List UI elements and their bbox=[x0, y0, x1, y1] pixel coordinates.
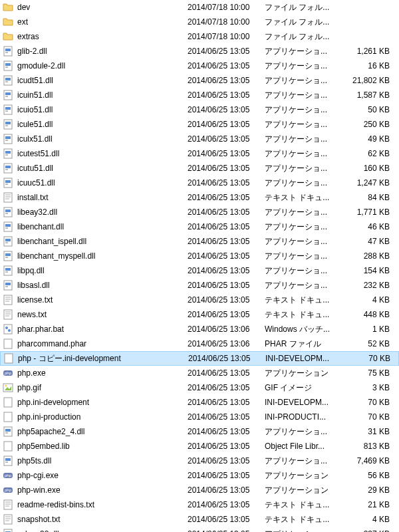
file-name: libeay32.dll bbox=[17, 207, 188, 217]
folder-icon bbox=[3, 17, 13, 27]
file-date: 2014/06/25 13:05 bbox=[188, 412, 265, 422]
file-type: ファイル フォル... bbox=[265, 2, 338, 13]
dll-icon bbox=[3, 207, 13, 217]
file-type: アプリケーショ... bbox=[265, 148, 338, 160]
file-row[interactable]: pharcommand.phar2014/06/25 13:06PHAR ファイ… bbox=[0, 336, 399, 351]
file-date: 2014/06/25 13:05 bbox=[188, 207, 265, 217]
svg-rect-83 bbox=[4, 500, 12, 509]
file-date: 2014/06/25 13:05 bbox=[188, 442, 265, 451]
svg-rect-52 bbox=[4, 295, 12, 305]
file-date: 2014/06/25 13:05 bbox=[188, 471, 265, 480]
file-row[interactable]: php - コピー.ini-development2014/06/25 13:0… bbox=[0, 351, 399, 366]
file-row[interactable]: php5ts.dll2014/06/25 13:05アプリケーショ...7,46… bbox=[0, 454, 399, 468]
file-type: アプリケーショ... bbox=[265, 251, 338, 262]
file-type: アプリケーショ... bbox=[265, 207, 338, 218]
file-row[interactable]: libenchant_myspell.dll2014/06/25 13:05アプ… bbox=[0, 249, 399, 263]
svg-rect-16 bbox=[5, 122, 11, 124]
file-name: php - コピー.ini-development bbox=[18, 353, 188, 364]
file-row[interactable]: icutu51.dll2014/06/25 13:05アプリケーショ...160… bbox=[0, 161, 399, 176]
file-row[interactable]: extras2014/07/18 10:00ファイル フォル... bbox=[0, 29, 399, 44]
file-row[interactable]: install.txt2014/06/25 13:05テキスト ドキュ...84… bbox=[0, 190, 399, 205]
file-row[interactable]: phpphp-win.exe2014/06/25 13:05アプリケーション29… bbox=[0, 483, 399, 497]
file-row[interactable]: php.gif2014/06/25 13:05GIF イメージ3 KB bbox=[0, 380, 399, 395]
file-type: ファイル フォル... bbox=[265, 31, 338, 43]
file-row[interactable]: php5embed.lib2014/06/25 13:05Object File… bbox=[0, 439, 399, 454]
file-date: 2014/06/25 13:05 bbox=[188, 266, 265, 275]
svg-rect-48 bbox=[5, 271, 8, 273]
file-row[interactable]: ext2014/07/18 10:00ファイル フォル... bbox=[0, 15, 399, 29]
file-size: 154 KB bbox=[338, 266, 390, 275]
file-name: ssleay32.dll bbox=[17, 529, 188, 532]
file-row[interactable]: snapshot.txt2014/06/25 13:05テキスト ドキュ...4… bbox=[0, 512, 399, 527]
file-row[interactable]: libpq.dll2014/06/25 13:05アプリケーショ...154 K… bbox=[0, 263, 399, 278]
svg-rect-60 bbox=[4, 325, 12, 334]
bat-icon bbox=[3, 324, 13, 334]
file-size: 62 KB bbox=[338, 149, 390, 158]
file-icon bbox=[3, 353, 14, 364]
file-row[interactable]: gmodule-2.dll2014/06/25 13:05アプリケーショ...1… bbox=[0, 59, 399, 73]
svg-point-62 bbox=[8, 329, 11, 332]
file-size: 1,587 KB bbox=[338, 90, 390, 100]
svg-rect-29 bbox=[5, 184, 8, 185]
file-type: GIF イメージ bbox=[265, 382, 338, 394]
file-row[interactable]: icuuc51.dll2014/06/25 13:05アプリケーショ...1,2… bbox=[0, 176, 399, 190]
dll-icon bbox=[3, 456, 13, 466]
svg-rect-10 bbox=[5, 92, 11, 95]
svg-rect-47 bbox=[5, 268, 11, 271]
file-row[interactable]: phpphp-cgi.exe2014/06/25 13:05アプリケーション56… bbox=[0, 468, 399, 483]
file-row[interactable]: libsasl.dll2014/06/25 13:05アプリケーショ...232… bbox=[0, 278, 399, 293]
file-row[interactable]: php.ini-production2014/06/25 13:05INI-PR… bbox=[0, 410, 399, 424]
file-name: php.ini-development bbox=[17, 398, 188, 407]
file-row[interactable]: ssleay32.dll2014/06/25 13:05アプリケーショ...33… bbox=[0, 527, 399, 532]
svg-rect-2 bbox=[5, 52, 8, 53]
file-type: アプリケーショ... bbox=[265, 221, 338, 233]
file-row[interactable]: icutest51.dll2014/06/25 13:05アプリケーショ...6… bbox=[0, 146, 399, 161]
file-row[interactable]: iculx51.dll2014/06/25 13:05アプリケーショ...49 … bbox=[0, 132, 399, 146]
svg-rect-78 bbox=[5, 462, 8, 463]
file-size: 56 KB bbox=[338, 471, 390, 480]
file-size: 288 KB bbox=[338, 251, 390, 261]
dll-icon bbox=[3, 104, 13, 115]
file-date: 2014/06/25 13:05 bbox=[188, 251, 265, 261]
svg-text:php: php bbox=[5, 488, 12, 492]
file-date: 2014/06/25 13:05 bbox=[188, 105, 265, 114]
svg-rect-73 bbox=[5, 429, 11, 432]
file-name: icutest51.dll bbox=[17, 149, 188, 158]
dll-icon bbox=[3, 178, 13, 188]
file-type: アプリケーショ... bbox=[265, 46, 338, 57]
file-type: アプリケーショ... bbox=[265, 280, 338, 291]
file-row[interactable]: libenchant.dll2014/06/25 13:05アプリケーショ...… bbox=[0, 219, 399, 234]
file-row[interactable]: php5apache2_4.dll2014/06/25 13:05アプリケーショ… bbox=[0, 424, 399, 439]
file-size: 49 KB bbox=[338, 134, 390, 144]
file-date: 2014/06/25 13:05 bbox=[188, 222, 265, 231]
file-icon bbox=[3, 397, 13, 408]
svg-rect-50 bbox=[5, 283, 11, 285]
file-type: テキスト ドキュ... bbox=[265, 514, 338, 525]
file-row[interactable]: libenchant_ispell.dll2014/06/25 13:05アプリ… bbox=[0, 234, 399, 249]
file-type: アプリケーション bbox=[265, 368, 338, 379]
svg-rect-28 bbox=[5, 180, 11, 183]
file-type: テキスト ドキュ... bbox=[265, 192, 338, 203]
svg-text:php: php bbox=[5, 473, 12, 477]
file-row[interactable]: phar.phar.bat2014/06/25 13:06Windows バッチ… bbox=[0, 322, 399, 336]
file-row[interactable]: glib-2.dll2014/06/25 13:05アプリケーショ...1,26… bbox=[0, 44, 399, 59]
file-row[interactable]: icuin51.dll2014/06/25 13:05アプリケーショ...1,5… bbox=[0, 88, 399, 102]
file-type: Windows バッチ... bbox=[265, 324, 338, 335]
file-row[interactable]: news.txt2014/06/25 13:05テキスト ドキュ...448 K… bbox=[0, 307, 399, 322]
file-row[interactable]: libeay32.dll2014/06/25 13:05アプリケーショ...1,… bbox=[0, 205, 399, 219]
file-row[interactable]: phpphp.exe2014/06/25 13:05アプリケーション75 KB bbox=[0, 366, 399, 380]
file-row[interactable]: icule51.dll2014/06/25 13:05アプリケーショ...250… bbox=[0, 117, 399, 132]
file-size: 3 KB bbox=[338, 383, 390, 392]
file-row[interactable]: license.txt2014/06/25 13:05テキスト ドキュ...4 … bbox=[0, 293, 399, 307]
file-date: 2014/06/25 13:05 bbox=[188, 178, 265, 188]
file-row[interactable]: icuio51.dll2014/06/25 13:05アプリケーショ...50 … bbox=[0, 102, 399, 117]
svg-rect-42 bbox=[5, 242, 8, 243]
file-size: 232 KB bbox=[338, 281, 390, 290]
file-row[interactable]: php.ini-development2014/06/25 13:05INI-D… bbox=[0, 395, 399, 410]
file-type: INI-DEVELOPM... bbox=[265, 354, 338, 363]
file-name: icuin51.dll bbox=[17, 90, 188, 100]
file-row[interactable]: dev2014/07/18 10:00ファイル フォル... bbox=[0, 0, 399, 15]
file-row[interactable]: icudt51.dll2014/06/25 13:05アプリケーショ...21,… bbox=[0, 73, 399, 88]
file-name: glib-2.dll bbox=[17, 47, 188, 56]
file-row[interactable]: readme-redist-bins.txt2014/06/25 13:05テキ… bbox=[0, 497, 399, 512]
